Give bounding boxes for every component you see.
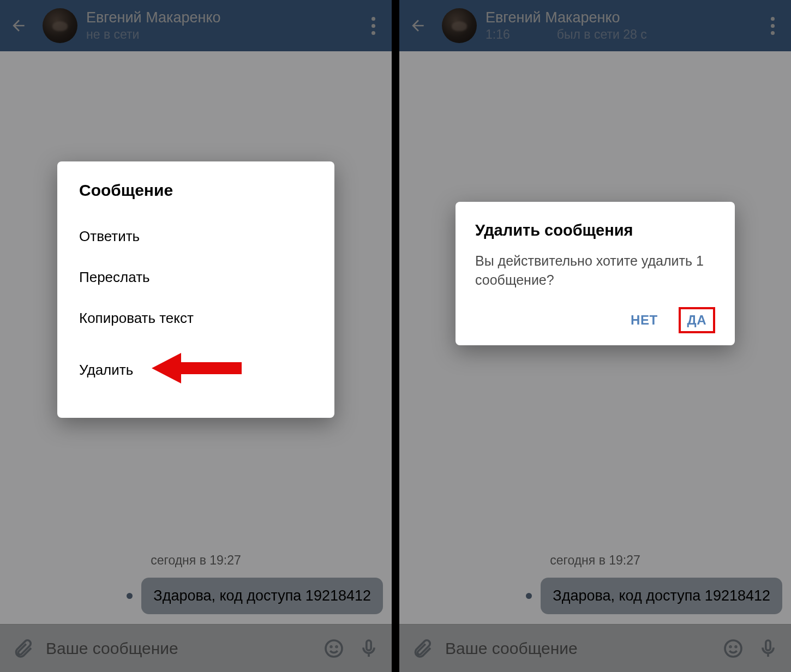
dialog-title: Сообщение [79, 181, 313, 200]
right-pane: Евгений Макаренко 1:16 был в сети 28 с с… [399, 0, 791, 672]
dialog-actions: НЕТ ДА [475, 307, 715, 333]
menu-item-label: Удалить [79, 362, 133, 379]
dialog-body: Вы действительно хотите удалить 1 сообще… [475, 251, 715, 290]
pane-divider [392, 0, 399, 672]
dialog-title: Удалить сообщения [475, 221, 715, 239]
modal-overlay[interactable]: Сообщение Ответить Переслать Копировать … [0, 0, 392, 672]
left-pane: Евгений Макаренко не в сети сегодня в 19… [0, 0, 392, 672]
menu-item-delete[interactable]: Удалить [79, 339, 313, 401]
yes-button[interactable]: ДА [679, 307, 715, 333]
no-button[interactable]: НЕТ [621, 307, 668, 333]
delete-confirm-dialog: Удалить сообщения Вы действительно хотит… [456, 202, 735, 345]
message-context-menu: Сообщение Ответить Переслать Копировать … [57, 161, 334, 418]
modal-overlay[interactable]: Удалить сообщения Вы действительно хотит… [399, 0, 791, 672]
annotation-arrow [152, 351, 242, 389]
menu-item-reply[interactable]: Ответить [79, 216, 313, 257]
menu-item-copy[interactable]: Копировать текст [79, 298, 313, 339]
menu-item-forward[interactable]: Переслать [79, 257, 313, 298]
red-arrow-icon [152, 351, 242, 386]
svg-marker-4 [152, 353, 242, 383]
